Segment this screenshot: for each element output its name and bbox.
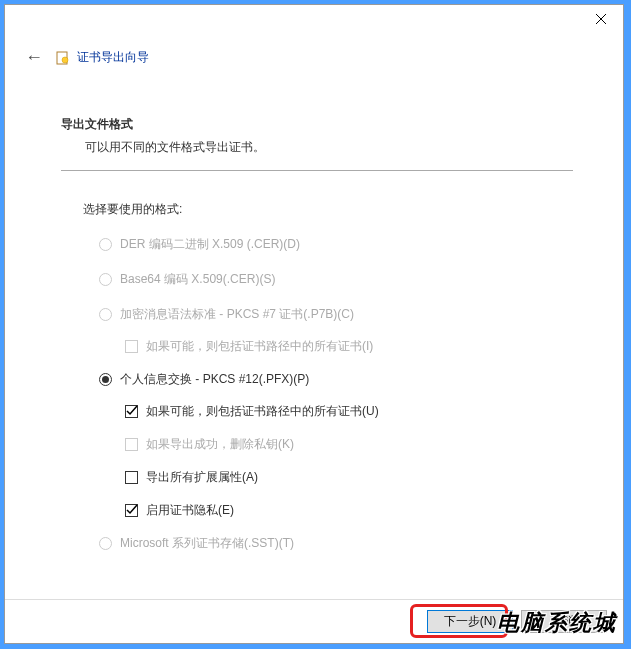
certificate-icon <box>55 50 71 66</box>
option-der: DER 编码二进制 X.509 (.CER)(D) <box>99 236 573 253</box>
wizard-content: 导出文件格式 可以用不同的文件格式导出证书。 选择要使用的格式: DER 编码二… <box>5 86 623 599</box>
radio-base64 <box>99 273 112 286</box>
format-radio-group-2: 个人信息交换 - PKCS #12(.PFX)(P) <box>99 371 573 388</box>
wizard-footer: 下一步(N) 取消 电脑系统城 <box>5 599 623 643</box>
label-base64: Base64 编码 X.509(.CER)(S) <box>120 271 275 288</box>
radio-pkcs7 <box>99 308 112 321</box>
cancel-button[interactable]: 取消 <box>521 610 607 633</box>
back-button[interactable]: ← <box>25 47 43 68</box>
radio-pfx[interactable] <box>99 373 112 386</box>
label-pfx-ext: 导出所有扩展属性(A) <box>146 469 258 486</box>
label-pkcs7-chain: 如果可能，则包括证书路径中的所有证书(I) <box>146 338 373 355</box>
checkbox-pfx-ext[interactable] <box>125 471 138 484</box>
radio-der <box>99 238 112 251</box>
pfx-include-chain[interactable]: 如果可能，则包括证书路径中的所有证书(U) <box>125 403 573 420</box>
label-pfx-delete: 如果导出成功，删除私钥(K) <box>146 436 294 453</box>
wizard-window: ← 证书导出向导 导出文件格式 可以用不同的文件格式导出证书。 选择要使用的格式… <box>4 4 624 644</box>
format-prompt: 选择要使用的格式: <box>83 201 573 218</box>
option-base64: Base64 编码 X.509(.CER)(S) <box>99 271 573 288</box>
checkbox-pfx-chain[interactable] <box>125 405 138 418</box>
pfx-suboptions: 如果可能，则包括证书路径中的所有证书(U) 如果导出成功，删除私钥(K) 导出所… <box>125 403 573 519</box>
pkcs7-include-chain: 如果可能，则包括证书路径中的所有证书(I) <box>125 338 573 355</box>
format-radio-group: DER 编码二进制 X.509 (.CER)(D) Base64 编码 X.50… <box>99 236 573 323</box>
label-der: DER 编码二进制 X.509 (.CER)(D) <box>120 236 300 253</box>
close-button[interactable] <box>578 5 623 33</box>
pkcs7-suboptions: 如果可能，则包括证书路径中的所有证书(I) <box>125 338 573 355</box>
wizard-title: 证书导出向导 <box>77 49 149 66</box>
close-icon <box>596 14 606 24</box>
wizard-header: ← 证书导出向导 <box>5 37 623 86</box>
radio-sst <box>99 537 112 550</box>
next-button[interactable]: 下一步(N) <box>427 610 513 633</box>
label-sst: Microsoft 系列证书存储(.SST)(T) <box>120 535 294 552</box>
option-sst: Microsoft 系列证书存储(.SST)(T) <box>99 535 573 552</box>
svg-point-3 <box>62 57 68 63</box>
label-pfx: 个人信息交换 - PKCS #12(.PFX)(P) <box>120 371 309 388</box>
section-description: 可以用不同的文件格式导出证书。 <box>85 139 573 156</box>
label-pfx-privacy: 启用证书隐私(E) <box>146 502 234 519</box>
divider <box>61 170 573 171</box>
pfx-export-ext[interactable]: 导出所有扩展属性(A) <box>125 469 573 486</box>
label-pfx-chain: 如果可能，则包括证书路径中的所有证书(U) <box>146 403 379 420</box>
titlebar <box>5 5 623 37</box>
checkbox-pfx-delete <box>125 438 138 451</box>
option-pfx[interactable]: 个人信息交换 - PKCS #12(.PFX)(P) <box>99 371 573 388</box>
pfx-cert-privacy[interactable]: 启用证书隐私(E) <box>125 502 573 519</box>
label-pkcs7: 加密消息语法标准 - PKCS #7 证书(.P7B)(C) <box>120 306 354 323</box>
checkbox-pkcs7-chain <box>125 340 138 353</box>
option-pkcs7: 加密消息语法标准 - PKCS #7 证书(.P7B)(C) <box>99 306 573 323</box>
section-title: 导出文件格式 <box>61 116 573 133</box>
pfx-delete-key: 如果导出成功，删除私钥(K) <box>125 436 573 453</box>
checkbox-pfx-privacy[interactable] <box>125 504 138 517</box>
format-radio-group-3: Microsoft 系列证书存储(.SST)(T) <box>99 535 573 552</box>
